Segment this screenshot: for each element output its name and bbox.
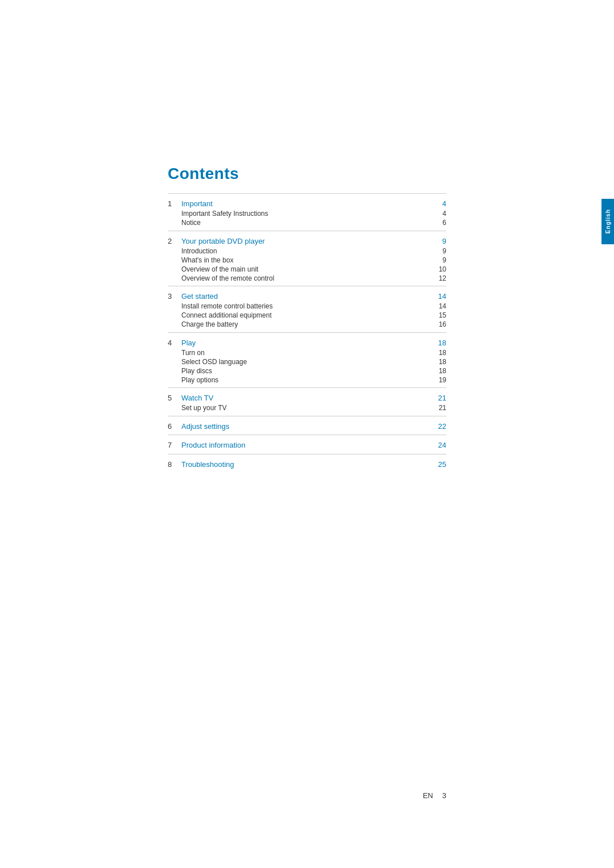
toc-sub-row: Connect additional equipment15 (168, 311, 446, 320)
sub-item-page: 4 (412, 209, 446, 218)
section-page: 25 (412, 454, 446, 470)
section-number: 8 (168, 454, 181, 470)
sub-indent (168, 320, 181, 329)
sub-item-page: 9 (412, 247, 446, 256)
sub-item-text: Charge the battery (181, 320, 412, 329)
content-area: Contents 1Important4Important Safety Ins… (168, 165, 446, 473)
sub-item-text: Set up your TV (181, 403, 412, 412)
toc-sub-row: Play discs18 (168, 366, 446, 375)
sub-item-text: Play options (181, 375, 412, 385)
sub-indent (168, 375, 181, 385)
sub-item-text: Install remote control batteries (181, 302, 412, 311)
section-title: Product information (181, 435, 412, 451)
sub-item-page: 10 (412, 265, 446, 274)
sub-indent (168, 357, 181, 366)
sub-item-text: Introduction (181, 247, 412, 256)
english-tab: English (601, 199, 614, 244)
sub-item-page: 14 (412, 302, 446, 311)
sub-item-page: 21 (412, 403, 446, 412)
section-number: 4 (168, 332, 181, 348)
toc-sub-row: Introduction9 (168, 247, 446, 256)
sub-indent (168, 209, 181, 218)
sub-indent (168, 274, 181, 283)
section-number: 7 (168, 435, 181, 451)
sub-item-text: Notice (181, 218, 412, 227)
sub-indent (168, 348, 181, 357)
section-page: 9 (412, 231, 446, 247)
sub-item-text: What's in the box (181, 256, 412, 265)
section-gap (168, 470, 446, 473)
toc-sub-row: Important Safety Instructions4 (168, 209, 446, 218)
section-number: 1 (168, 194, 181, 210)
sub-item-page: 12 (412, 274, 446, 283)
toc-sub-row: Set up your TV21 (168, 403, 446, 412)
sub-item-page: 6 (412, 218, 446, 227)
sub-item-text: Overview of the main unit (181, 265, 412, 274)
footer-language: EN (423, 791, 433, 800)
section-title: Play (181, 332, 412, 348)
toc-sub-row: Overview of the main unit10 (168, 265, 446, 274)
sub-item-page: 9 (412, 256, 446, 265)
toc-sub-row: Notice6 (168, 218, 446, 227)
section-number: 3 (168, 286, 181, 302)
toc-section-row: 6Adjust settings22 (168, 416, 446, 432)
toc-section-row: 8Troubleshooting25 (168, 454, 446, 470)
sub-item-page: 18 (412, 348, 446, 357)
section-title: Watch TV (181, 388, 412, 404)
section-title: Your portable DVD player (181, 231, 412, 247)
sub-item-text: Connect additional equipment (181, 311, 412, 320)
section-title: Troubleshooting (181, 454, 412, 470)
sub-item-text: Play discs (181, 366, 412, 375)
sub-indent (168, 247, 181, 256)
section-page: 4 (412, 194, 446, 210)
toc-table: 1Important4Important Safety Instructions… (168, 193, 446, 473)
page: English Contents 1Important4Important Sa… (0, 0, 614, 868)
section-title: Important (181, 194, 412, 210)
section-page: 18 (412, 332, 446, 348)
toc-sub-row: Overview of the remote control12 (168, 274, 446, 283)
sub-item-text: Important Safety Instructions (181, 209, 412, 218)
sub-item-text: Turn on (181, 348, 412, 357)
footer-page-number: 3 (442, 791, 446, 800)
toc-section-row: 3Get started14 (168, 286, 446, 302)
toc-section-row: 4Play18 (168, 332, 446, 348)
sub-indent (168, 218, 181, 227)
section-number: 2 (168, 231, 181, 247)
toc-title: Contents (168, 165, 446, 183)
sub-indent (168, 256, 181, 265)
toc-section-row: 1Important4 (168, 194, 446, 210)
sub-item-page: 19 (412, 375, 446, 385)
toc-sub-row: Turn on18 (168, 348, 446, 357)
section-page: 21 (412, 388, 446, 404)
section-page: 14 (412, 286, 446, 302)
section-page: 24 (412, 435, 446, 451)
toc-sub-row: Install remote control batteries14 (168, 302, 446, 311)
sub-indent (168, 302, 181, 311)
sub-indent (168, 366, 181, 375)
sub-item-page: 18 (412, 366, 446, 375)
page-footer: EN 3 (423, 791, 446, 800)
english-tab-label: English (605, 209, 611, 233)
section-title: Get started (181, 286, 412, 302)
toc-section-row: 5Watch TV21 (168, 388, 446, 404)
toc-sub-row: What's in the box9 (168, 256, 446, 265)
toc-sub-row: Play options19 (168, 375, 446, 385)
toc-sub-row: Charge the battery16 (168, 320, 446, 329)
sub-item-text: Select OSD language (181, 357, 412, 366)
toc-section-row: 7Product information24 (168, 435, 446, 451)
sub-indent (168, 311, 181, 320)
toc-sub-row: Select OSD language18 (168, 357, 446, 366)
section-page: 22 (412, 416, 446, 432)
sub-item-page: 15 (412, 311, 446, 320)
sub-indent (168, 403, 181, 412)
sub-item-page: 18 (412, 357, 446, 366)
sub-item-page: 16 (412, 320, 446, 329)
section-number: 6 (168, 416, 181, 432)
toc-section-row: 2Your portable DVD player9 (168, 231, 446, 247)
section-title: Adjust settings (181, 416, 412, 432)
section-number: 5 (168, 388, 181, 404)
sub-item-text: Overview of the remote control (181, 274, 412, 283)
sub-indent (168, 265, 181, 274)
